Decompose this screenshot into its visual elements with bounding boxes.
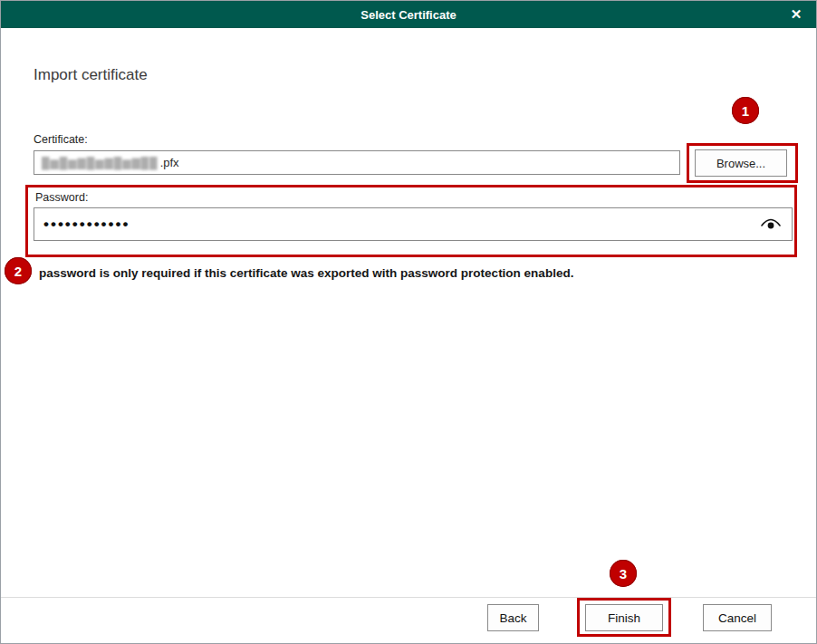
annotation-badge-1: 1 bbox=[732, 97, 759, 124]
annotation-badge-2: 2 bbox=[5, 257, 32, 284]
cancel-button[interactable]: Cancel bbox=[703, 604, 772, 631]
reveal-password-eye-icon[interactable] bbox=[759, 216, 783, 233]
certificate-filename-extension: .pfx bbox=[160, 156, 179, 169]
certificate-filename-redacted: █▆█▆▇█▆▇█▆▇██ bbox=[42, 157, 159, 169]
certificate-path-input[interactable]: █▆█▆▇█▆▇█▆▇██ .pfx bbox=[34, 150, 680, 175]
browse-button[interactable]: Browse... bbox=[695, 149, 787, 177]
back-button[interactable]: Back bbox=[487, 604, 539, 631]
page-title: Import certificate bbox=[34, 66, 148, 84]
finish-button[interactable]: Finish bbox=[585, 604, 663, 631]
footer-divider bbox=[1, 597, 816, 598]
password-masked-value: •••••••••••• bbox=[43, 216, 759, 232]
window-title: Select Certificate bbox=[360, 8, 457, 22]
title-bar: Select Certificate ✕ bbox=[1, 1, 816, 28]
select-certificate-dialog: Select Certificate ✕ Import certificate … bbox=[0, 0, 817, 644]
annotation-badge-3: 3 bbox=[610, 560, 637, 587]
password-input[interactable]: •••••••••••• bbox=[34, 207, 793, 241]
certificate-label: Certificate: bbox=[34, 133, 88, 146]
password-label: Password: bbox=[35, 191, 88, 204]
password-hint-text: password is only required if this certif… bbox=[39, 266, 745, 280]
close-icon[interactable]: ✕ bbox=[782, 1, 811, 28]
